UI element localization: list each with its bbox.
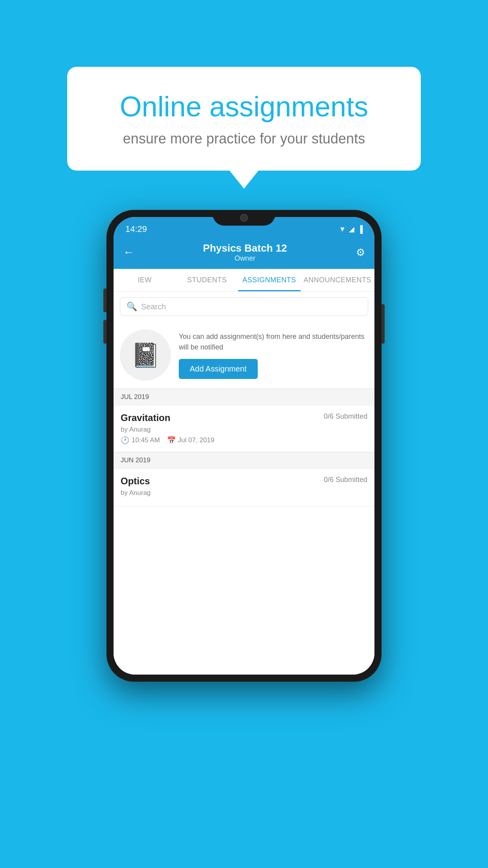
assignment-meta: 🕐 10:45 AM 📅 Jul 07, 2019 — [121, 436, 367, 445]
add-assignment-promo: 📓 You can add assignment(s) from here an… — [114, 322, 374, 389]
speech-bubble-subtitle: ensure more practice for your students — [95, 131, 393, 147]
assignment-time: 10:45 AM — [132, 436, 160, 444]
phone-camera — [240, 214, 248, 222]
assignment-date: Jul 07, 2019 — [178, 436, 215, 444]
search-input-wrap[interactable]: 🔍 Search — [120, 297, 368, 316]
tab-students[interactable]: STUDENTS — [176, 269, 238, 291]
assignment-title: Gravitation — [121, 412, 171, 423]
phone-mockup: 14:29 ▼ ◢ ▐ ← Physics Batch 12 Owner ⚙ — [106, 210, 382, 682]
status-icons: ▼ ◢ ▐ — [339, 225, 363, 234]
tab-assignments[interactable]: ASSIGNMENTS — [238, 269, 301, 291]
search-icon: 🔍 — [127, 302, 137, 312]
power-button — [382, 304, 385, 344]
assignment-item-optics[interactable]: Optics 0/6 Submitted by Anurag — [114, 469, 374, 507]
promo-icon-circle: 📓 — [120, 329, 171, 381]
phone-notch — [213, 210, 275, 226]
volume-up-button — [103, 289, 106, 312]
batch-title: Physics Batch 12 — [203, 242, 287, 254]
meta-time: 🕐 10:45 AM — [121, 436, 160, 445]
promo-right: You can add assignment(s) from here and … — [179, 331, 368, 379]
clock-icon: 🕐 — [121, 436, 129, 445]
tab-iew[interactable]: IEW — [114, 269, 176, 291]
back-button[interactable]: ← — [123, 246, 134, 259]
battery-icon: ▐ — [358, 225, 363, 234]
wifi-icon: ▼ — [339, 225, 346, 234]
phone-outer: 14:29 ▼ ◢ ▐ ← Physics Batch 12 Owner ⚙ — [106, 210, 382, 682]
assignment-submitted-optics: 0/6 Submitted — [324, 476, 367, 484]
assignment-title-optics: Optics — [121, 476, 150, 487]
app-header: ← Physics Batch 12 Owner ⚙ — [114, 238, 374, 269]
meta-date: 📅 Jul 07, 2019 — [167, 436, 215, 445]
speech-bubble-title: Online assignments — [95, 90, 393, 123]
search-placeholder: Search — [141, 302, 166, 311]
calendar-icon: 📅 — [167, 436, 176, 445]
batch-subtitle: Owner — [203, 254, 287, 263]
search-bar: 🔍 Search — [114, 292, 374, 322]
assignment-by-optics: by Anurag — [121, 489, 367, 497]
speech-bubble-container: Online assignments ensure more practice … — [67, 67, 421, 171]
phone-screen: 14:29 ▼ ◢ ▐ ← Physics Batch 12 Owner ⚙ — [114, 217, 374, 675]
assignment-by: by Anurag — [121, 426, 367, 434]
promo-text: You can add assignment(s) from here and … — [179, 331, 368, 353]
section-header-jun: JUN 2019 — [114, 452, 374, 469]
assignment-top-optics: Optics 0/6 Submitted — [121, 476, 367, 487]
status-time: 14:29 — [125, 224, 147, 234]
add-assignment-button[interactable]: Add Assignment — [179, 359, 258, 379]
notebook-icon: 📓 — [131, 341, 160, 369]
settings-icon[interactable]: ⚙ — [356, 246, 365, 259]
assignment-top: Gravitation 0/6 Submitted — [121, 412, 367, 423]
section-header-jul: JUL 2019 — [114, 389, 374, 405]
speech-bubble: Online assignments ensure more practice … — [67, 67, 421, 171]
content-area: 🔍 Search 📓 You can add assignment(s) fro… — [114, 292, 374, 675]
tabs-bar: IEW STUDENTS ASSIGNMENTS ANNOUNCEMENTS — [114, 269, 374, 292]
tab-announcements[interactable]: ANNOUNCEMENTS — [301, 269, 375, 291]
volume-down-button — [103, 320, 106, 344]
assignment-item-gravitation[interactable]: Gravitation 0/6 Submitted by Anurag 🕐 10… — [114, 405, 374, 452]
header-title-block: Physics Batch 12 Owner — [203, 242, 287, 263]
signal-icon: ◢ — [349, 225, 354, 234]
assignment-submitted: 0/6 Submitted — [324, 412, 367, 421]
